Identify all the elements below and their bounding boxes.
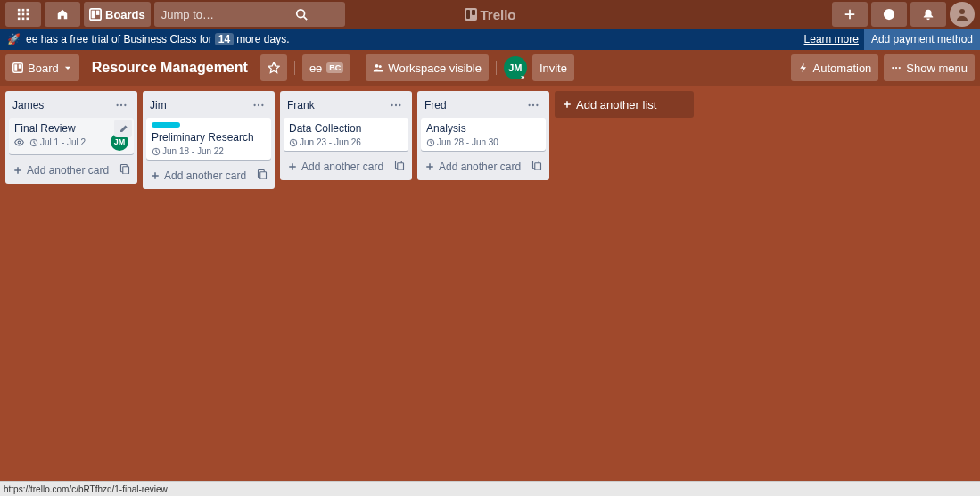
svg-point-35 (261, 104, 263, 106)
svg-point-16 (889, 12, 890, 12)
workspace-button[interactable]: ee BC (302, 54, 350, 81)
due-date-badge: Jun 23 - Jun 26 (289, 137, 361, 147)
card-label[interactable] (152, 122, 180, 128)
list-title[interactable]: Fred (424, 99, 524, 112)
card[interactable]: Preliminary ResearchJun 18 - Jun 22 (146, 118, 271, 160)
star-icon (268, 62, 280, 74)
svg-point-22 (379, 65, 382, 68)
watch-badge (14, 137, 24, 147)
card-template-button[interactable] (257, 169, 268, 182)
workspace-short: ee (309, 62, 322, 75)
add-card-button[interactable]: Add another card (9, 160, 134, 180)
svg-rect-20 (19, 64, 21, 69)
rocket-icon: 🚀 (7, 33, 21, 45)
bc-badge: BC (326, 62, 343, 73)
trello-logo-icon (464, 8, 476, 21)
edit-card-button[interactable] (114, 120, 132, 137)
list-menu-button[interactable] (250, 96, 268, 114)
card[interactable]: Final ReviewJul 1 - Jul 2JM (9, 118, 134, 154)
boards-label: Boards (105, 8, 145, 21)
svg-point-39 (391, 104, 392, 106)
user-avatar[interactable] (950, 2, 975, 27)
home-icon (56, 8, 69, 21)
list-title[interactable]: James (12, 99, 112, 112)
member-initials: JM (508, 62, 522, 73)
svg-point-40 (395, 104, 397, 106)
board-name[interactable]: Resource Management (85, 54, 255, 81)
notifications-button[interactable] (910, 2, 946, 27)
svg-point-24 (895, 67, 897, 69)
card[interactable]: AnalysisJun 28 - Jun 30 (421, 118, 546, 151)
svg-rect-11 (96, 11, 100, 15)
status-url: https://trello.com/c/bRTfhzq/1-final-rev… (4, 484, 168, 494)
svg-point-12 (297, 10, 305, 18)
info-button[interactable] (871, 2, 907, 27)
svg-point-26 (116, 104, 118, 106)
add-card-button[interactable]: Add another card (421, 156, 546, 177)
card-title: Data Collection (289, 122, 403, 135)
invite-button[interactable]: Invite (532, 54, 574, 81)
add-payment-button[interactable]: Add payment method (864, 29, 980, 50)
add-card-label: Add another card (27, 164, 109, 177)
list-menu-button[interactable] (112, 96, 130, 114)
add-card-label: Add another card (164, 169, 246, 182)
svg-rect-1 (22, 9, 25, 12)
board-icon (12, 62, 23, 73)
learn-more-link[interactable]: Learn more (804, 33, 859, 45)
search-icon (295, 8, 308, 21)
card-template-button[interactable] (531, 160, 542, 173)
search-input[interactable] (154, 2, 345, 27)
board-member-avatar[interactable]: JM » (504, 56, 527, 79)
add-card-button[interactable]: Add another card (284, 156, 408, 177)
board-switch-label: Board (28, 62, 59, 75)
card-badges: Jun 23 - Jun 26 (289, 137, 403, 147)
svg-point-47 (536, 104, 538, 106)
card-template-button[interactable] (119, 163, 130, 177)
star-button[interactable] (260, 54, 287, 81)
search-wrap (154, 2, 315, 27)
svg-rect-32 (123, 167, 129, 174)
svg-point-29 (18, 141, 21, 144)
svg-point-21 (375, 64, 379, 68)
svg-line-13 (303, 17, 307, 21)
boards-button[interactable]: Boards (84, 2, 151, 27)
svg-point-46 (532, 104, 534, 106)
card[interactable]: Data CollectionJun 23 - Jun 26 (284, 118, 408, 151)
list-menu-button[interactable] (387, 96, 405, 114)
svg-point-25 (899, 67, 901, 69)
list-title[interactable]: Frank (287, 99, 387, 112)
user-icon (955, 7, 969, 21)
list: FredAnalysisJun 28 - Jun 30Add another c… (417, 91, 549, 180)
list: FrankData CollectionJun 23 - Jun 26Add a… (280, 91, 412, 180)
automation-button[interactable]: Automation (791, 54, 879, 81)
bolt-icon (798, 62, 809, 73)
show-menu-button[interactable]: Show menu (884, 54, 975, 81)
add-card-label: Add another card (439, 161, 521, 173)
home-button[interactable] (45, 2, 80, 27)
bell-icon (922, 8, 935, 21)
search-button[interactable] (292, 2, 311, 27)
banner-days: 14 (215, 33, 234, 45)
svg-rect-6 (18, 18, 21, 21)
list-menu-button[interactable] (524, 96, 542, 114)
svg-rect-10 (92, 11, 95, 19)
admin-badge-icon: » (521, 73, 530, 82)
svg-rect-38 (260, 172, 267, 179)
svg-rect-19 (14, 64, 17, 71)
board-canvas[interactable]: JamesFinal ReviewJul 1 - Jul 2JMAdd anot… (0, 86, 980, 481)
svg-point-17 (959, 9, 965, 14)
svg-rect-4 (22, 13, 25, 16)
trello-logo[interactable]: Trello (464, 0, 515, 29)
svg-rect-2 (27, 9, 29, 12)
apps-menu-button[interactable] (5, 2, 41, 27)
create-button[interactable] (832, 2, 868, 27)
svg-rect-44 (398, 163, 404, 170)
board-switcher[interactable]: Board (5, 54, 79, 81)
boards-icon (89, 8, 102, 21)
add-card-button[interactable]: Add another card (146, 165, 271, 186)
list-title[interactable]: Jim (150, 99, 250, 112)
visibility-button[interactable]: Workspace visible (366, 54, 489, 81)
card-template-button[interactable] (394, 160, 405, 173)
add-list-button[interactable]: Add another list (555, 91, 694, 118)
svg-rect-8 (27, 18, 29, 21)
